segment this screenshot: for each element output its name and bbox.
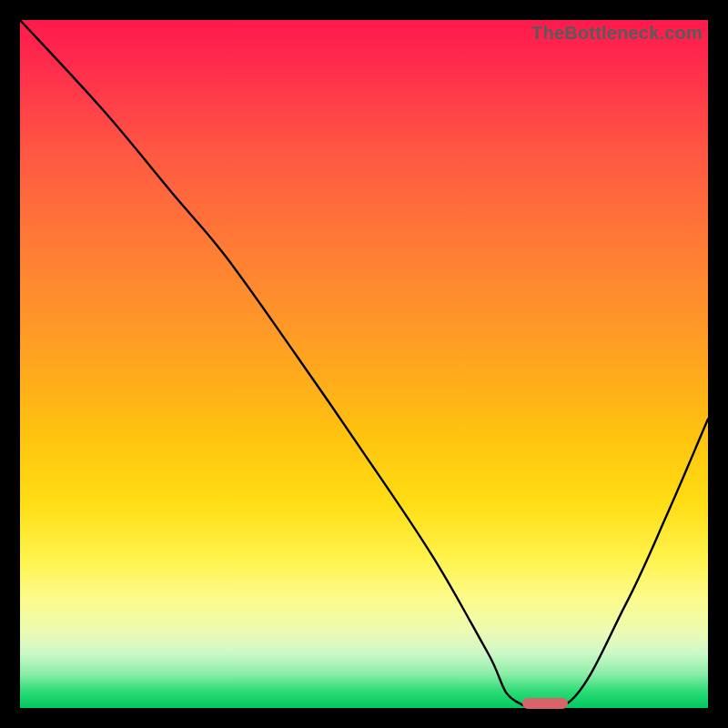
curve-path [20,20,708,711]
chart-container: TheBottleneck.com [0,0,728,728]
bottleneck-curve [20,20,708,708]
optimum-marker [522,698,568,709]
plot-area: TheBottleneck.com [20,20,708,708]
